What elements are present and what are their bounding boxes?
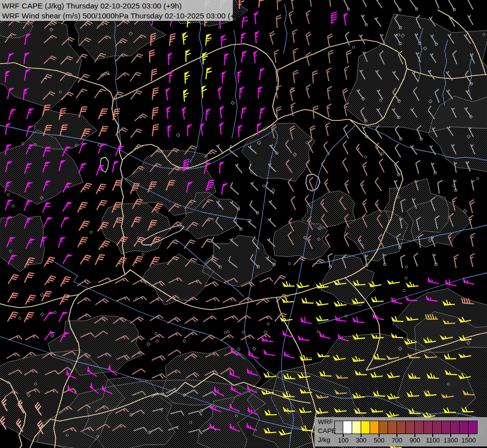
legend-color-box [361,421,370,434]
legend-color-box [415,421,424,434]
legend-color-box [370,421,379,434]
legend-color-box [406,421,415,434]
map-canvas [0,0,487,448]
legend-color-box [460,421,469,434]
legend-color-box [334,421,343,434]
legend-label-field: CAPE [318,427,336,436]
legend-color-box [379,421,388,434]
legend-color-box [451,421,460,434]
legend-color-box [397,421,406,434]
legend-panel: WRF CAPE J/kg 10030050070090011001300150… [314,417,487,447]
legend-color-box [442,421,451,434]
title-line-cape: WRF CAPE (J/kg) Thursday 02-10-2025 03:0… [2,1,233,11]
title-panel: WRF CAPE (J/kg) Thursday 02-10-2025 03:0… [0,0,233,21]
legend-color-box [388,421,397,434]
legend-color-box [433,421,442,434]
legend-color-box [469,421,478,434]
legend-color-box [424,421,433,434]
legend-color-scale [334,421,478,434]
legend-label-model: WRF [318,418,336,427]
legend-color-box [352,421,361,434]
title-line-shear: WRF Wind shear (m/s) 500/1000hPa Thursda… [2,11,233,21]
legend-color-box [343,421,352,434]
weather-map-stage: WRF CAPE (J/kg) Thursday 02-10-2025 03:0… [0,0,487,448]
legend-tick-label: 1500 [458,437,480,444]
